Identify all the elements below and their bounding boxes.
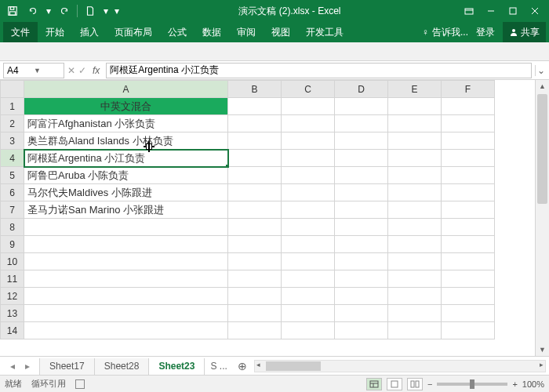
cell-F8[interactable] [442, 219, 495, 236]
tab-view[interactable]: 视图 [264, 22, 298, 42]
spreadsheet-grid[interactable]: ABCDEF1中英文混合2阿富汗Afghanistan 小张负责3奥兰群岛Ala… [0, 80, 535, 356]
cell-B6[interactable] [228, 184, 282, 201]
cell-E12[interactable] [388, 288, 442, 305]
cell-E5[interactable] [388, 167, 442, 184]
login-button[interactable]: 登录 [471, 26, 500, 39]
cell-A1[interactable]: 中英文混合 [24, 98, 228, 115]
cell-B11[interactable] [228, 270, 282, 288]
col-header-C[interactable]: C [282, 81, 335, 98]
cell-C5[interactable] [282, 167, 335, 184]
cell-D14[interactable] [335, 322, 388, 339]
cell-A5[interactable]: 阿鲁巴Aruba 小陈负责 [24, 167, 228, 184]
enter-formula-icon[interactable]: ✓ [78, 65, 86, 76]
cell-F4[interactable] [442, 150, 495, 167]
cell-F6[interactable] [442, 184, 495, 201]
sheet-more[interactable]: S ... [204, 361, 233, 372]
scroll-thumb[interactable] [537, 94, 547, 204]
row-header-13[interactable]: 13 [1, 305, 24, 322]
row-header-11[interactable]: 11 [1, 270, 24, 288]
cell-A12[interactable] [24, 288, 228, 305]
undo-more-icon[interactable]: ▾ [44, 2, 53, 20]
cell-D4[interactable] [335, 150, 388, 167]
sheet-tab-Sheet28[interactable]: Sheet28 [94, 358, 150, 376]
vertical-scrollbar[interactable]: ▲ ▼ [535, 80, 549, 356]
macro-record-icon[interactable] [75, 379, 85, 389]
cell-C4[interactable] [282, 150, 335, 167]
cell-B12[interactable] [228, 288, 282, 305]
col-header-D[interactable]: D [335, 81, 388, 98]
cell-E14[interactable] [388, 322, 442, 339]
select-all-corner[interactable] [1, 81, 24, 98]
cell-F10[interactable] [442, 253, 495, 270]
cell-F5[interactable] [442, 167, 495, 184]
cell-A14[interactable] [24, 322, 228, 339]
chevron-down-icon[interactable]: ▼ [34, 67, 60, 74]
cell-C10[interactable] [282, 253, 335, 270]
cell-C7[interactable] [282, 201, 335, 219]
cell-F11[interactable] [442, 270, 495, 288]
formula-bar[interactable]: 阿根廷Argentina 小江负责 [106, 63, 532, 78]
cell-F12[interactable] [442, 288, 495, 305]
cell-D1[interactable] [335, 98, 388, 115]
col-header-F[interactable]: F [442, 81, 495, 98]
row-header-3[interactable]: 3 [1, 132, 24, 150]
cell-E6[interactable] [388, 184, 442, 201]
tab-formulas[interactable]: 公式 [160, 22, 195, 42]
undo-icon[interactable] [24, 2, 42, 20]
cell-D3[interactable] [335, 132, 388, 150]
cell-A3[interactable]: 奥兰群岛Aland Islands 小林负责 [24, 132, 228, 150]
name-box[interactable]: A4▼ [3, 63, 64, 78]
cell-E4[interactable] [388, 150, 442, 167]
cell-F13[interactable] [442, 305, 495, 322]
add-sheet-button[interactable]: ⊕ [234, 360, 251, 372]
cell-C8[interactable] [282, 219, 335, 236]
cell-C12[interactable] [282, 288, 335, 305]
scroll-up-icon[interactable]: ▲ [536, 80, 549, 93]
qat-customize-icon[interactable]: ▾ [112, 2, 122, 20]
cell-A8[interactable] [24, 219, 228, 236]
col-header-B[interactable]: B [228, 81, 282, 98]
col-header-A[interactable]: A [24, 81, 228, 98]
row-header-2[interactable]: 2 [1, 115, 24, 132]
cell-B2[interactable] [228, 115, 282, 132]
cell-A2[interactable]: 阿富汗Afghanistan 小张负责 [24, 115, 228, 132]
tab-review[interactable]: 审阅 [229, 22, 264, 42]
cell-E8[interactable] [388, 219, 442, 236]
cell-F9[interactable] [442, 236, 495, 253]
cell-E13[interactable] [388, 305, 442, 322]
tab-data[interactable]: 数据 [195, 22, 229, 42]
cell-D7[interactable] [335, 201, 388, 219]
row-header-8[interactable]: 8 [1, 219, 24, 236]
cell-C2[interactable] [282, 115, 335, 132]
cell-A10[interactable] [24, 253, 228, 270]
cell-D2[interactable] [335, 115, 388, 132]
fill-handle[interactable] [225, 164, 228, 167]
scroll-down-icon[interactable]: ▼ [536, 343, 549, 356]
sheet-nav-prev-icon[interactable]: ◂ [10, 361, 15, 372]
row-header-1[interactable]: 1 [1, 98, 24, 115]
cell-C3[interactable] [282, 132, 335, 150]
cell-D13[interactable] [335, 305, 388, 322]
row-header-14[interactable]: 14 [1, 322, 24, 339]
row-header-5[interactable]: 5 [1, 167, 24, 184]
expand-formula-icon[interactable]: ⌄ [535, 65, 546, 76]
row-header-4[interactable]: 4 [1, 150, 24, 167]
cell-B4[interactable] [228, 150, 282, 167]
cell-B9[interactable] [228, 236, 282, 253]
cell-B10[interactable] [228, 253, 282, 270]
cell-B8[interactable] [228, 219, 282, 236]
cell-F7[interactable] [442, 201, 495, 219]
cell-C1[interactable] [282, 98, 335, 115]
zoom-out-icon[interactable]: − [427, 379, 432, 389]
row-header-7[interactable]: 7 [1, 201, 24, 219]
new-more-icon[interactable]: ▾ [101, 2, 111, 20]
cell-B7[interactable] [228, 201, 282, 219]
cell-F3[interactable] [442, 132, 495, 150]
view-pagelayout-icon[interactable] [387, 378, 402, 390]
cell-C13[interactable] [282, 305, 335, 322]
view-pagebreak-icon[interactable] [407, 378, 423, 390]
cell-D11[interactable] [335, 270, 388, 288]
cell-D12[interactable] [335, 288, 388, 305]
maximize-icon[interactable] [502, 0, 524, 22]
cell-C9[interactable] [282, 236, 335, 253]
